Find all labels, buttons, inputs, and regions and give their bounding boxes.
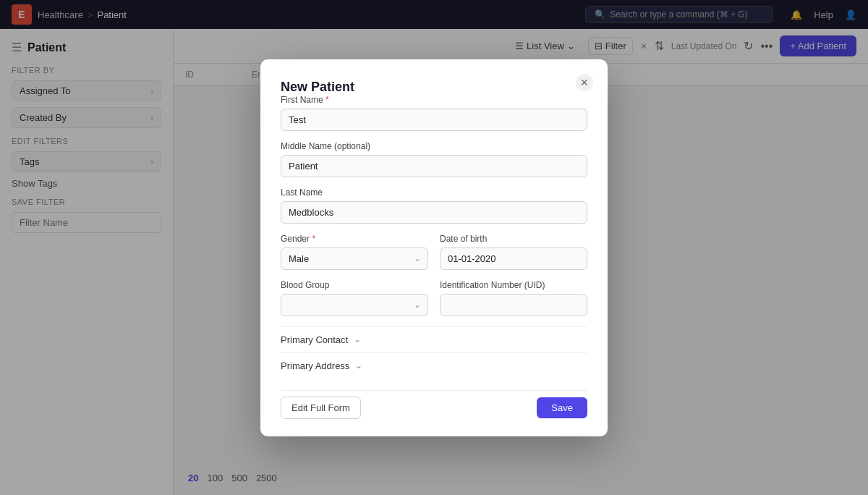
middle-name-label: Middle Name (optional) [281,141,587,151]
middle-name-field: Middle Name (optional) [281,141,587,177]
last-name-input[interactable] [281,201,587,224]
blood-uid-row: Blood Group A+ A- B+ B- AB+ AB- O+ O- [281,280,587,326]
primary-address-section[interactable]: Primary Address ⌄ [281,352,587,378]
required-asterisk: * [326,95,329,105]
blood-group-select-wrapper: A+ A- B+ B- AB+ AB- O+ O- [281,294,428,316]
middle-name-input[interactable] [281,155,587,177]
uid-field: Identification Number (UID) [440,280,587,316]
uid-label: Identification Number (UID) [440,280,587,290]
first-name-field: First Name * [281,95,587,131]
new-patient-dialog: New Patient ✕ First Name * Middle Name (… [260,59,608,436]
dob-input[interactable] [440,248,587,270]
dob-field: Date of birth [440,234,587,270]
dob-label: Date of birth [440,234,587,244]
gender-dob-row: Gender * Male Female Other Date of birth [281,234,587,280]
blood-group-select[interactable]: A+ A- B+ B- AB+ AB- O+ O- [281,294,428,316]
first-name-input[interactable] [281,109,587,131]
gender-label: Gender * [281,234,428,244]
edit-full-form-button[interactable]: Edit Full Form [281,397,361,419]
gender-field: Gender * Male Female Other [281,234,428,270]
primary-contact-chevron-icon: ⌄ [354,334,361,344]
dialog-close-button[interactable]: ✕ [576,74,593,91]
primary-contact-label: Primary Contact [281,334,348,345]
primary-contact-section[interactable]: Primary Contact ⌄ [281,326,587,352]
gender-select[interactable]: Male Female Other [281,248,428,270]
blood-group-label: Blood Group [281,280,428,290]
modal-overlay: New Patient ✕ First Name * Middle Name (… [0,0,868,495]
primary-address-chevron-icon: ⌄ [355,360,362,371]
dialog-footer: Edit Full Form Save [281,390,587,419]
blood-group-field: Blood Group A+ A- B+ B- AB+ AB- O+ O- [281,280,428,316]
gender-select-wrapper: Male Female Other [281,248,428,270]
dialog-title: New Patient [281,80,354,94]
last-name-field: Last Name [281,187,587,224]
last-name-label: Last Name [281,187,587,198]
first-name-label: First Name * [281,95,587,105]
primary-address-label: Primary Address [281,360,349,371]
save-button[interactable]: Save [537,397,587,418]
uid-input[interactable] [440,294,587,316]
